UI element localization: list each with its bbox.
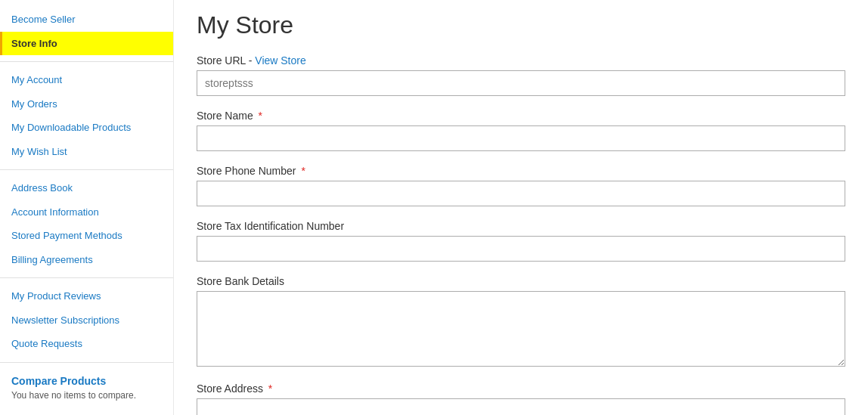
sidebar-divider-3 bbox=[0, 277, 173, 278]
sidebar-compare-subtitle: You have no items to compare. bbox=[0, 389, 173, 407]
store-url-input[interactable] bbox=[197, 70, 845, 96]
store-tax-label: Store Tax Identification Number bbox=[197, 220, 845, 232]
field-group-store-bank: Store Bank Details bbox=[197, 275, 845, 369]
store-bank-label: Store Bank Details bbox=[197, 275, 845, 287]
store-name-input[interactable] bbox=[197, 125, 845, 151]
store-tax-input[interactable] bbox=[197, 236, 845, 262]
store-name-required: * bbox=[259, 110, 262, 122]
store-address-label-text: Store Address bbox=[197, 382, 263, 395]
store-address-label: Store Address * bbox=[197, 382, 845, 395]
sidebar-item-store-info[interactable]: Store Info bbox=[0, 32, 173, 56]
sidebar-item-quote-requests[interactable]: Quote Requests bbox=[0, 332, 173, 356]
store-bank-label-text: Store Bank Details bbox=[197, 275, 284, 287]
sidebar-item-my-downloadable-products[interactable]: My Downloadable Products bbox=[0, 116, 173, 140]
sidebar-item-billing-agreements[interactable]: Billing Agreements bbox=[0, 248, 173, 272]
sidebar-divider-2 bbox=[0, 169, 173, 170]
sidebar-item-my-wish-list[interactable]: My Wish List bbox=[0, 140, 173, 164]
sidebar-item-stored-payment-methods[interactable]: Stored Payment Methods bbox=[0, 224, 173, 248]
store-name-label: Store Name * bbox=[197, 110, 845, 122]
sidebar: Become Seller Store Info My Account My O… bbox=[0, 0, 174, 415]
store-url-label-text: Store URL bbox=[197, 54, 246, 67]
store-tax-label-text: Store Tax Identification Number bbox=[197, 220, 344, 232]
view-store-link[interactable]: View Store bbox=[255, 54, 305, 67]
sidebar-item-address-book[interactable]: Address Book bbox=[0, 176, 173, 200]
field-group-store-phone: Store Phone Number * bbox=[197, 165, 845, 206]
field-group-store-url: Store URL - View Store bbox=[197, 54, 845, 96]
store-phone-required: * bbox=[301, 165, 305, 177]
store-phone-input[interactable] bbox=[197, 181, 845, 206]
store-url-label: Store URL - View Store bbox=[197, 54, 845, 67]
store-address-input[interactable] bbox=[197, 398, 845, 415]
sidebar-item-my-product-reviews[interactable]: My Product Reviews bbox=[0, 284, 173, 308]
store-url-separator: - bbox=[249, 54, 256, 67]
sidebar-item-become-seller[interactable]: Become Seller bbox=[0, 8, 173, 32]
store-form: Store URL - View Store Store Name * Stor… bbox=[197, 54, 845, 415]
store-name-label-text: Store Name bbox=[197, 110, 253, 122]
sidebar-divider-4 bbox=[0, 362, 173, 363]
store-phone-label: Store Phone Number * bbox=[197, 165, 845, 177]
field-group-store-name: Store Name * bbox=[197, 110, 845, 151]
sidebar-item-newsletter-subscriptions[interactable]: Newsletter Subscriptions bbox=[0, 308, 173, 333]
sidebar-item-my-account[interactable]: My Account bbox=[0, 68, 173, 92]
store-bank-textarea[interactable] bbox=[197, 291, 845, 367]
main-content: My Store Store URL - View Store Store Na… bbox=[174, 0, 868, 415]
page-title: My Store bbox=[197, 11, 845, 39]
sidebar-item-account-information[interactable]: Account Information bbox=[0, 200, 173, 225]
sidebar-divider-1 bbox=[0, 61, 173, 62]
sidebar-compare-title[interactable]: Compare Products bbox=[0, 369, 173, 389]
field-group-store-address: Store Address * bbox=[197, 382, 845, 415]
store-phone-label-text: Store Phone Number bbox=[197, 165, 296, 177]
sidebar-item-my-orders[interactable]: My Orders bbox=[0, 92, 173, 116]
field-group-store-tax: Store Tax Identification Number bbox=[197, 220, 845, 262]
store-address-required: * bbox=[268, 382, 272, 395]
